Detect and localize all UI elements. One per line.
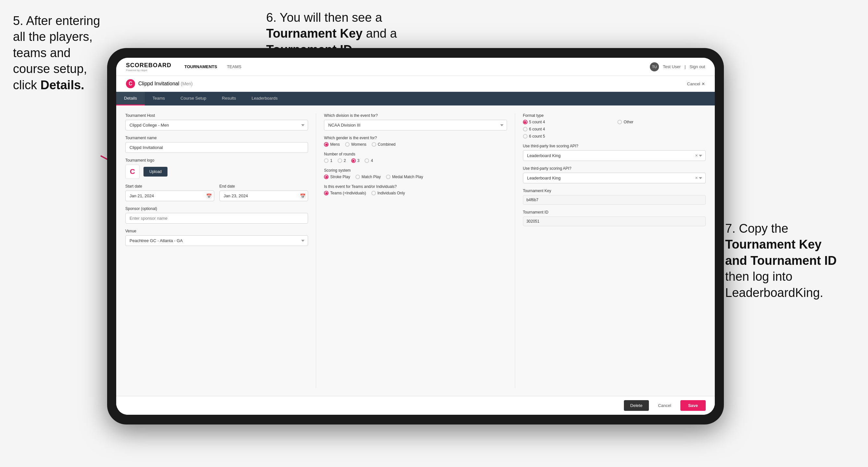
teams-teams-radio[interactable] [324, 191, 329, 195]
scoring-stroke-radio[interactable] [324, 175, 329, 179]
api1-select[interactable]: Leaderboard King [523, 150, 706, 161]
nav-tournaments[interactable]: TOURNAMENTS [184, 64, 217, 69]
gender-radio-group: Mens Womens Combined [324, 142, 507, 147]
api2-label: Use third-party scoring API? [523, 166, 706, 171]
tournament-id-value: 302051 [523, 216, 706, 226]
sponsor-input[interactable] [125, 213, 308, 224]
scoring-match[interactable]: Match Play [355, 175, 381, 179]
tab-details[interactable]: Details [116, 92, 145, 105]
teams-individuals-radio[interactable] [371, 191, 376, 195]
division-label: Which division is the event for? [324, 113, 507, 118]
form-col-3: Format type 5 count 4 6 count [523, 113, 706, 388]
rounds-4[interactable]: 4 [365, 158, 373, 163]
gender-womens[interactable]: Womens [345, 142, 367, 147]
start-date-input[interactable] [125, 190, 214, 201]
api1-label: Use third-party live scoring API? [523, 144, 706, 148]
tab-teams[interactable]: Teams [145, 92, 173, 105]
tournament-logo-group: Tournament logo C Upload [125, 158, 308, 179]
gender-combined[interactable]: Combined [372, 142, 396, 147]
division-select[interactable]: NCAA Division III [324, 120, 507, 130]
rounds-1[interactable]: 1 [324, 158, 332, 163]
delete-button[interactable]: Delete [624, 400, 649, 411]
tab-leaderboards[interactable]: Leaderboards [244, 92, 285, 105]
start-date-group: Start date 📅 [125, 184, 214, 201]
scoring-match-radio[interactable] [355, 175, 360, 179]
dates-row: Start date 📅 End date 📅 [125, 184, 308, 201]
logo-preview: C [125, 164, 140, 179]
rounds-2-radio[interactable] [338, 158, 342, 163]
format-label: Format type [523, 113, 706, 118]
tab-results[interactable]: Results [214, 92, 244, 105]
signout-link[interactable]: Sign out [689, 64, 705, 69]
api1-clear[interactable]: ✕ [695, 154, 698, 158]
teams-teams[interactable]: Teams (+Individuals) [324, 191, 366, 195]
format-5count4-radio[interactable] [523, 120, 527, 124]
annotation-left: 5. After enteringall the players,teams a… [13, 13, 104, 93]
sponsor-label: Sponsor (optional) [125, 207, 308, 211]
tournament-name-label: Tournament name [125, 136, 308, 140]
col-divider-1 [316, 113, 316, 388]
api2-select-wrapper: Leaderboard King ✕ [523, 173, 706, 183]
scoring-stroke[interactable]: Stroke Play [324, 175, 350, 179]
save-button[interactable]: Save [680, 400, 706, 411]
start-date-wrapper: 📅 [125, 190, 214, 201]
scoreboard-logo: SCOREBOARD Powered by clippd [126, 62, 172, 72]
api2-clear[interactable]: ✕ [695, 176, 698, 180]
tournament-name-row: C Clippd Invitational (Men) [126, 79, 192, 88]
rounds-3-radio[interactable] [351, 158, 356, 163]
tablet-frame: SCOREBOARD Powered by clippd TOURNAMENTS… [107, 48, 724, 425]
logo-sub: Powered by clippd [126, 69, 172, 72]
user-avatar: TU [650, 62, 659, 71]
api2-select[interactable]: Leaderboard King [523, 173, 706, 183]
gender-mens-radio[interactable] [324, 142, 329, 147]
format-section: 5 count 4 6 count 4 6 count 5 [523, 120, 706, 138]
venue-label: Venue [125, 229, 308, 234]
format-col-left: 5 count 4 6 count 4 6 count 5 [523, 120, 611, 138]
tournament-id-label: Tournament ID [523, 210, 706, 215]
sponsor-group: Sponsor (optional) [125, 207, 308, 224]
gender-womens-radio[interactable] [345, 142, 350, 147]
tournament-c-logo: C [126, 79, 135, 88]
upload-button[interactable]: Upload [144, 167, 167, 177]
nav-teams[interactable]: TEAMS [227, 64, 242, 69]
tab-course-setup[interactable]: Course Setup [173, 92, 214, 105]
tournament-host-label: Tournament Host [125, 113, 308, 118]
cancel-x-button[interactable]: Cancel ✕ [687, 82, 705, 86]
tournament-name-input[interactable] [125, 142, 308, 153]
format-other-radio[interactable] [617, 120, 622, 124]
tournament-host-select[interactable]: Clippd College - Men [125, 120, 308, 130]
scoring-medal[interactable]: Medal Match Play [386, 175, 423, 179]
form-area: Tournament Host Clippd College - Men Tou… [116, 105, 715, 396]
rounds-4-radio[interactable] [365, 158, 369, 163]
scoring-group: Scoring system Stroke Play Match Play [324, 168, 507, 179]
tournament-key-label: Tournament Key [523, 189, 706, 193]
format-5count4[interactable]: 5 count 4 [523, 120, 611, 124]
start-date-label: Start date [125, 184, 214, 189]
rounds-2[interactable]: 2 [338, 158, 346, 163]
scoring-medal-radio[interactable] [386, 175, 391, 179]
teams-individuals[interactable]: Individuals Only [371, 191, 405, 195]
gender-combined-radio[interactable] [372, 142, 376, 147]
rounds-3[interactable]: 3 [351, 158, 360, 163]
format-6count5-radio[interactable] [523, 134, 527, 138]
api1-select-wrapper: Leaderboard King ✕ [523, 150, 706, 161]
end-date-group: End date 📅 [219, 184, 308, 201]
header-right: TU Test User | Sign out [650, 62, 705, 71]
format-6count4[interactable]: 6 count 4 [523, 127, 611, 131]
format-6count4-radio[interactable] [523, 127, 527, 131]
format-group: Format type 5 count 4 6 count [523, 113, 706, 138]
format-6count5[interactable]: 6 count 5 [523, 134, 611, 138]
user-name: Test User [663, 64, 681, 69]
col-divider-2 [515, 113, 515, 388]
signout-separator: | [685, 64, 686, 69]
tablet-screen: SCOREBOARD Powered by clippd TOURNAMENTS… [116, 58, 715, 415]
venue-select[interactable]: Peachtree GC - Atlanta - GA [125, 235, 308, 246]
rounds-1-radio[interactable] [324, 158, 329, 163]
end-date-input[interactable] [219, 190, 308, 201]
logo-upload-row: C Upload [125, 164, 308, 179]
cancel-button[interactable]: Cancel [653, 400, 676, 411]
gender-mens[interactable]: Mens [324, 142, 340, 147]
rounds-label: Number of rounds [324, 152, 507, 156]
format-other[interactable]: Other [617, 120, 706, 124]
tabs-bar: Details Teams Course Setup Results Leade… [116, 92, 715, 105]
